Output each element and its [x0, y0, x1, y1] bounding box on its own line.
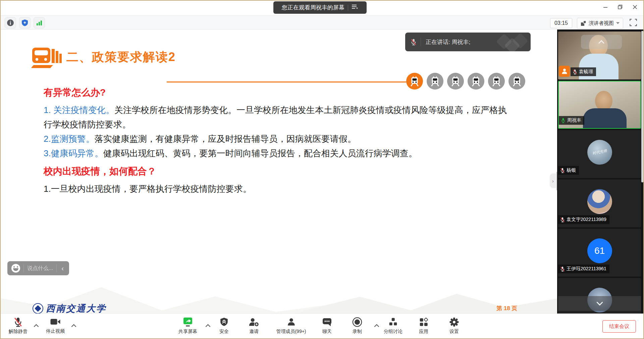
muted-mic-icon — [560, 168, 565, 173]
participant-name-tag: 袁文宇2022113989 — [558, 215, 609, 224]
video-options-chevron[interactable] — [71, 323, 76, 329]
slide-question-heading-1: 有异常怎么办? — [44, 85, 513, 100]
train-title-icon — [32, 45, 64, 73]
meeting-timer: 03:15 — [550, 18, 572, 28]
pill-divider — [348, 5, 348, 11]
slide-body: 有异常怎么办? 1. 关注疫情变化。关注学校所在地疫情形势变化。一旦学校所在地发… — [44, 83, 513, 196]
title-underline — [167, 81, 406, 82]
participant-tile-yuanwenyu[interactable]: 袁文宇2022113989 — [558, 179, 641, 227]
slide-item-1: 1. 关注疫情变化。关注学校所在地疫情形势变化。一旦学校所在地发生本土新冠肺炎疫… — [44, 103, 513, 132]
restore-button[interactable] — [616, 3, 624, 11]
muted-mic-icon — [14, 317, 22, 327]
breakout-rooms-button[interactable]: 分组讨论 — [384, 317, 402, 335]
record-icon — [352, 317, 363, 327]
mic-options-chevron[interactable] — [34, 323, 39, 329]
security-button[interactable]: 安全 — [219, 317, 229, 335]
participant-tile-partial[interactable] — [558, 278, 641, 315]
avatar — [587, 189, 612, 214]
muted-mic-icon — [560, 266, 565, 272]
university-emblem-icon — [33, 303, 43, 314]
muted-mic-icon — [560, 217, 565, 223]
screen-watch-label: 您正在观看周祝丰的屏幕 — [282, 4, 344, 11]
participant-tile-zhouzhufeng[interactable]: 周祝丰 — [558, 81, 641, 129]
scroll-up-indicator[interactable] — [581, 35, 622, 49]
end-meeting-button[interactable]: 结束会议 — [602, 320, 636, 333]
view-mode-label: 演讲者视图 — [589, 20, 614, 26]
participant-tile-wangyijue[interactable]: 61 王伊珏2022113961 — [558, 229, 641, 277]
meeting-toolbar-bottom: 解除静音 停止视频 共享屏幕 安全 — [1, 314, 643, 338]
participant-name-tag: 杨银 — [558, 166, 579, 175]
security-shield-icon[interactable] — [19, 17, 31, 29]
chat-bubble-icon — [322, 317, 332, 327]
participant-tile-yangyin[interactable]: 时代先锋 杨银 — [558, 130, 641, 178]
slide-title: 二、政策要求解读2 — [66, 49, 176, 65]
chat-input[interactable]: 说点什么... — [27, 265, 53, 272]
record-options-chevron[interactable] — [374, 323, 379, 329]
screen-watch-banner: 您正在观看周祝丰的屏幕 — [273, 1, 367, 14]
minimize-button[interactable] — [602, 3, 609, 11]
view-mode-button[interactable]: 演讲者视图 — [577, 18, 623, 29]
layout-icon — [581, 20, 586, 26]
active-mic-icon — [561, 118, 566, 123]
participant-name-tag: 周祝丰 — [559, 116, 584, 125]
manage-members-button[interactable]: 管理成员(99+) — [276, 317, 306, 335]
main-area: 正在讲话: 周祝丰; 二、政策要求解读2 — [1, 30, 643, 315]
share-screen-button[interactable]: 共享屏幕 — [178, 317, 197, 335]
participant-name-tag: 袁毓璟 — [571, 67, 596, 76]
meeting-window: 您正在观看周祝丰的屏幕 — [0, 0, 644, 339]
slide-item-2: 2.监测预警。落实健康监测，有健康异常，应及时报告辅导员，因病就医要请假。 — [44, 132, 513, 146]
role-badge-icon — [559, 66, 570, 77]
quick-chat-bar: 说点什么... ‹ — [7, 261, 69, 275]
sidebar-collapse-handle[interactable]: › — [550, 174, 556, 188]
invite-person-icon — [249, 317, 259, 327]
sidebar-scrollbar-thumb[interactable] — [641, 31, 643, 182]
gear-icon — [449, 317, 460, 327]
fullscreen-button[interactable] — [628, 17, 639, 29]
stop-video-button[interactable]: 停止视频 — [46, 317, 65, 334]
page-number: 第 18 页 — [496, 304, 517, 312]
chat-button[interactable]: 聊天 — [322, 317, 332, 335]
slide-item-3: 3.健康码异常。健康码出现红码、黄码，要第一时间向辅导员报告，配合相关人员流行病… — [44, 146, 513, 161]
settings-button[interactable]: 设置 — [449, 317, 460, 335]
breakout-icon — [388, 317, 398, 327]
shared-screen-slide: 正在讲话: 周祝丰; 二、政策要求解读2 — [1, 30, 558, 315]
muted-mic-icon — [573, 69, 577, 75]
avatar: 61 — [587, 238, 612, 263]
watermark-mountains-right — [290, 285, 558, 315]
slide-header: 二、政策要求解读2 .active .cut{fill:#f07616} .id… — [1, 43, 558, 83]
invite-button[interactable]: 邀请 — [249, 317, 259, 335]
meeting-info-icon[interactable] — [5, 17, 16, 29]
apps-button[interactable]: 应用 — [419, 317, 429, 335]
chat-divider — [23, 264, 24, 272]
university-logo: 西南交通大学 — [33, 302, 106, 315]
avatar: 时代先锋 — [587, 140, 612, 165]
window-controls — [602, 3, 639, 11]
unmute-button[interactable]: 解除静音 — [9, 317, 28, 335]
university-name: 西南交通大学 — [46, 302, 106, 315]
scroll-down-indicator[interactable] — [558, 296, 641, 311]
chat-divider — [56, 264, 57, 272]
annotation-menu-icon[interactable] — [352, 4, 358, 11]
share-screen-icon — [182, 317, 193, 327]
slide-question-heading-2: 校内出现疫情，如何配合？ — [44, 164, 513, 178]
apps-icon — [419, 317, 429, 327]
security-icon — [219, 317, 229, 327]
network-signal-icon[interactable] — [34, 17, 45, 29]
collapse-chat-icon[interactable]: ‹ — [60, 265, 65, 272]
slide-item-4: 1.一旦校内出现疫情，要严格执行学校疫情防控要求。 — [44, 182, 513, 196]
emoji-icon[interactable] — [11, 264, 20, 273]
participant-name-tag: 王伊珏2022113961 — [558, 265, 609, 273]
camera-icon — [50, 317, 61, 327]
record-button[interactable]: 录制 — [352, 317, 363, 335]
members-icon — [286, 317, 296, 327]
participant-tile-yuanyujing[interactable]: 袁毓璟 — [558, 32, 641, 79]
titlebar: 您正在观看周祝丰的屏幕 — [1, 1, 643, 15]
participant-sidebar: 袁毓璟 周祝丰 时代先锋 杨银 — [557, 30, 643, 315]
chevron-down-icon — [616, 22, 620, 24]
close-button[interactable] — [631, 3, 639, 11]
share-options-chevron[interactable] — [205, 323, 211, 329]
meeting-toolbar-top: 03:15 演讲者视图 — [1, 15, 643, 30]
